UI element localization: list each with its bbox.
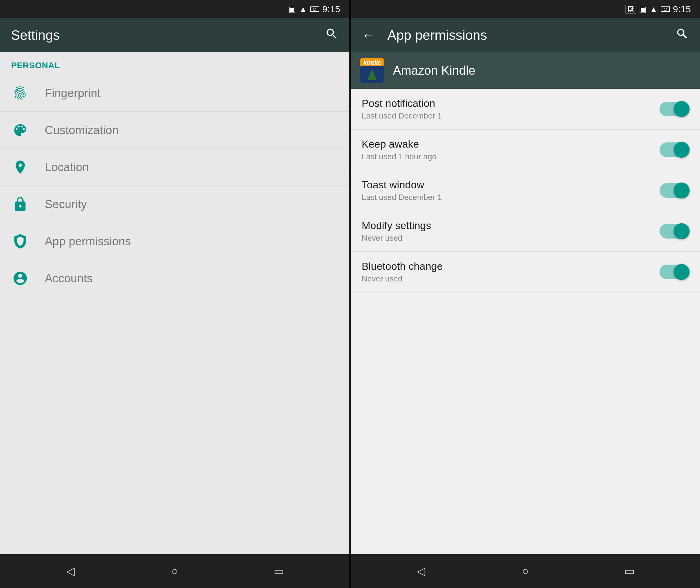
- signal-icon: ▲: [299, 5, 307, 13]
- permission-keep-awake-name: Keep awake: [362, 138, 660, 150]
- permission-modify-settings-info: Modify settings Never used: [362, 220, 660, 243]
- nav-recent-left[interactable]: ▭: [267, 559, 291, 583]
- settings-item-location[interactable]: Location: [0, 149, 349, 186]
- customization-icon: [11, 121, 29, 139]
- nav-home-left[interactable]: ○: [162, 559, 187, 583]
- status-bar-left: ▣ ▲ ○ 9:15: [0, 0, 349, 18]
- settings-item-app-permissions[interactable]: App permissions: [0, 223, 349, 260]
- permission-bluetooth-change: Bluetooth change Never used: [351, 252, 700, 292]
- settings-item-security-label: Security: [45, 198, 87, 211]
- shield-icon: [11, 232, 29, 251]
- settings-content: Personal Fingerprint Customization: [0, 52, 349, 554]
- permission-keep-awake: Keep awake Last used 1 hour ago: [351, 130, 700, 170]
- toggle-knob-keep-awake: [674, 142, 690, 158]
- battery-icon-r: ○: [661, 6, 670, 12]
- permission-toast-window-name: Toast window: [362, 179, 660, 191]
- toggle-toast-window[interactable]: [660, 183, 689, 198]
- status-time-left: 9:15: [322, 4, 340, 14]
- status-icons-right: 🖼 ▣ ▲ ○ 9:15: [626, 4, 691, 14]
- permission-post-notification-info: Post notification Last used December 1: [362, 97, 660, 121]
- permission-keep-awake-info: Keep awake Last used 1 hour ago: [362, 138, 660, 161]
- toggle-keep-awake[interactable]: [660, 142, 689, 157]
- settings-item-customization[interactable]: Customization: [0, 112, 349, 149]
- permission-post-notification-name: Post notification: [362, 97, 660, 109]
- status-bar-right: 🖼 ▣ ▲ ○ 9:15: [351, 0, 700, 18]
- nav-home-right[interactable]: ○: [513, 559, 538, 583]
- status-icons-left: ▣ ▲ ○ 9:15: [288, 4, 340, 14]
- permission-modify-settings-sub: Never used: [362, 233, 660, 243]
- app-header: kindle Amazon Kindle: [351, 52, 700, 89]
- settings-item-accounts[interactable]: Accounts: [0, 260, 349, 297]
- security-icon: [11, 195, 29, 213]
- toggle-modify-settings[interactable]: [660, 224, 689, 239]
- permission-bluetooth-change-sub: Never used: [362, 274, 660, 284]
- app-permissions-panel: 🖼 ▣ ▲ ○ 9:15 ← App permissions kindle Am…: [351, 0, 700, 588]
- permission-toast-window-sub: Last used December 1: [362, 193, 660, 202]
- permission-toast-window-info: Toast window Last used December 1: [362, 179, 660, 202]
- nav-back-right[interactable]: ◁: [409, 559, 433, 583]
- back-button[interactable]: ←: [362, 28, 375, 43]
- app-permissions-title: App permissions: [388, 28, 669, 43]
- toggle-bluetooth-change[interactable]: [660, 265, 689, 279]
- settings-list: Fingerprint Customization Location: [0, 75, 349, 297]
- toggle-knob-modify-settings: [674, 223, 690, 239]
- vibrate-icon: ▣: [288, 5, 296, 13]
- app-permissions-search-button[interactable]: [675, 27, 689, 43]
- app-permissions-toolbar: ← App permissions: [351, 18, 700, 52]
- app-icon: kindle: [360, 58, 384, 83]
- settings-title: Settings: [11, 28, 319, 43]
- nav-back-left[interactable]: ◁: [58, 559, 83, 583]
- settings-item-security[interactable]: Security: [0, 186, 349, 223]
- settings-item-fingerprint[interactable]: Fingerprint: [0, 75, 349, 112]
- bottom-nav-right: ◁ ○ ▭: [351, 554, 700, 588]
- permission-toast-window: Toast window Last used December 1: [351, 170, 700, 211]
- permission-keep-awake-sub: Last used 1 hour ago: [362, 152, 660, 161]
- battery-icon: ○: [310, 6, 319, 12]
- permissions-list: Post notification Last used December 1 K…: [351, 89, 700, 554]
- fingerprint-icon: [11, 84, 29, 102]
- settings-panel: ▣ ▲ ○ 9:15 Settings Personal Fingerprint: [0, 0, 349, 588]
- toggle-knob-post-notification: [674, 101, 690, 117]
- nav-recent-right[interactable]: ▭: [617, 559, 642, 583]
- permission-post-notification-sub: Last used December 1: [362, 111, 660, 121]
- vibrate-icon-r: ▣: [639, 5, 647, 13]
- permission-modify-settings: Modify settings Never used: [351, 211, 700, 252]
- permission-bluetooth-change-info: Bluetooth change Never used: [362, 260, 660, 284]
- location-icon: [11, 158, 29, 176]
- settings-item-customization-label: Customization: [45, 124, 119, 137]
- signal-icon-r: ▲: [650, 5, 658, 13]
- account-icon: [11, 269, 29, 288]
- bottom-nav-left: ◁ ○ ▭: [0, 554, 349, 588]
- app-name-label: Amazon Kindle: [393, 64, 475, 77]
- toggle-knob-toast-window: [674, 183, 690, 198]
- toggle-knob-bluetooth-change: [674, 264, 690, 280]
- settings-item-accounts-label: Accounts: [45, 272, 93, 285]
- settings-item-location-label: Location: [45, 161, 89, 174]
- settings-toolbar: Settings: [0, 18, 349, 52]
- status-time-right: 9:15: [673, 4, 691, 14]
- settings-search-button[interactable]: [325, 27, 338, 43]
- toggle-post-notification[interactable]: [660, 102, 689, 116]
- permission-post-notification: Post notification Last used December 1: [351, 89, 700, 130]
- section-personal: Personal: [0, 52, 349, 75]
- photo-icon: 🖼: [626, 5, 636, 13]
- permission-modify-settings-name: Modify settings: [362, 220, 660, 232]
- settings-item-app-permissions-label: App permissions: [45, 235, 131, 248]
- kindle-icon: kindle: [360, 58, 384, 83]
- settings-item-fingerprint-label: Fingerprint: [45, 87, 100, 100]
- permission-bluetooth-change-name: Bluetooth change: [362, 260, 660, 272]
